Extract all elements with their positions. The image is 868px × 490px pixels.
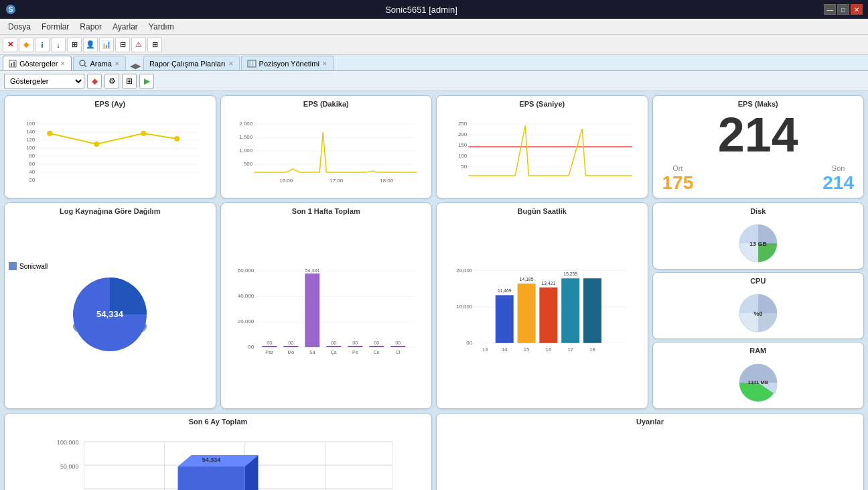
svg-text:Ct: Ct: [395, 350, 400, 355]
maximize-button[interactable]: □: [837, 4, 849, 15]
svg-text:13: 13: [482, 347, 488, 353]
svg-text:80: 80: [29, 153, 35, 159]
subtoolbar-btn-grid[interactable]: ⊞: [122, 74, 137, 88]
eps-dakika-title: EPS (Dakika): [225, 100, 428, 108]
menu-dosya[interactable]: Dosya: [3, 21, 36, 33]
son6ay-card: Son 6 Ay Toplam 100,000 50,000 00: [4, 413, 432, 490]
window-title: Sonic5651 [admin]: [19, 5, 824, 15]
toolbar-btn-5[interactable]: ⊞: [67, 38, 82, 52]
svg-text:200: 200: [458, 131, 467, 137]
subtoolbar: Göstergeler ◆ ⚙ ⊞ ▶: [0, 71, 868, 91]
toolbar-btn-table[interactable]: ⊟: [115, 38, 130, 52]
svg-point-5: [80, 60, 85, 66]
svg-point-27: [141, 131, 146, 136]
svg-text:17: 17: [567, 347, 573, 353]
son6ay-chart: 100,000 50,000 00: [9, 428, 427, 490]
uyarilar-title: Uyarılar: [441, 418, 859, 426]
tab-label-gostergeler: Göstergeler: [19, 60, 58, 68]
bugun-saatlik-chart: 20,000 10,000 00 13 11,469 14 14,185 15: [441, 264, 644, 358]
svg-text:18: 18: [589, 347, 595, 353]
svg-text:60: 60: [29, 161, 35, 167]
son-value: 214: [822, 172, 854, 194]
toolbar-btn-1[interactable]: ✕: [3, 38, 17, 52]
svg-text:500: 500: [243, 161, 252, 167]
tab-arama[interactable]: Arama ✕: [73, 56, 125, 70]
log-pie-chart: 54,334: [66, 273, 153, 360]
svg-rect-3: [11, 63, 12, 66]
eps-dakika-content: 2,000 1,500 1,000 500 16:00 17:00 18:00: [225, 111, 428, 194]
minimize-button[interactable]: —: [824, 4, 836, 15]
svg-text:Sa: Sa: [309, 350, 315, 355]
tab-pozisyon[interactable]: Pozisyon Yönetimi ✕: [241, 56, 334, 70]
svg-text:17:00: 17:00: [330, 178, 344, 184]
svg-text:18:00: 18:00: [380, 178, 394, 184]
menu-rapor[interactable]: Rapor: [74, 21, 107, 33]
svg-text:13 GB: 13 GB: [749, 241, 768, 247]
svg-text:100,000: 100,000: [57, 439, 79, 446]
eps-maks-ort: Ort 175: [662, 164, 694, 194]
toolbar-btn-chart[interactable]: 📊: [99, 38, 114, 52]
toolbar-btn-info[interactable]: i: [35, 38, 50, 52]
toolbar-btn-alert[interactable]: ⚠: [131, 38, 146, 52]
tab-close-pozisyon[interactable]: ✕: [322, 60, 328, 67]
toolbar-btn-grid[interactable]: ⊞: [147, 38, 162, 52]
titlebar: S Sonic5651 [admin] — □ ✕: [0, 0, 868, 19]
svg-text:120: 120: [26, 137, 35, 143]
son-label: Son: [822, 164, 854, 172]
disk-title: Disk: [750, 207, 766, 215]
son1hafta-chart: 60,000 40,000 20,000 00 00 00 54,334 00 …: [225, 264, 428, 358]
ram-title: RAM: [749, 347, 766, 355]
svg-rect-2: [9, 60, 16, 67]
menu-yardım[interactable]: Yardım: [143, 21, 179, 33]
view-dropdown[interactable]: Göstergeler: [4, 74, 84, 88]
eps-maks-content: 214 Ort 175 Son 214: [657, 111, 860, 194]
menu-ayarlar[interactable]: Ayarlar: [107, 21, 143, 33]
svg-text:60,000: 60,000: [237, 267, 254, 273]
ort-value: 175: [662, 172, 694, 194]
eps-ay-title: EPS (Ay): [9, 100, 212, 108]
svg-text:Paz: Paz: [265, 350, 274, 355]
close-button[interactable]: ✕: [851, 4, 863, 15]
tab-rapor[interactable]: Rapor Çalışma Planları ✕: [143, 56, 240, 70]
subtoolbar-btn-play[interactable]: ▶: [139, 74, 154, 88]
svg-rect-76: [369, 346, 384, 347]
toolbar-btn-2[interactable]: ◆: [19, 38, 33, 52]
tab-gostergeler[interactable]: Göstergeler ✕: [3, 56, 72, 70]
tab-close-gostergeler[interactable]: ✕: [60, 60, 66, 67]
svg-text:150: 150: [458, 142, 467, 148]
svg-text:10,000: 10,000: [456, 304, 472, 310]
tab-icon-pozisyon: [247, 60, 257, 68]
svg-point-26: [94, 141, 99, 147]
eps-dakika-card: EPS (Dakika) 2,000 1,500 1,000 500 16:00…: [220, 95, 433, 198]
gauges-column: Disk 13 GB CPU %0 RAM: [652, 202, 865, 409]
menubar: Dosya Formlar Rapor Ayarlar Yardım: [0, 19, 868, 35]
svg-text:100: 100: [458, 153, 467, 159]
toolbar-btn-refresh[interactable]: ↓: [51, 38, 66, 52]
toolbar-btn-user[interactable]: 👤: [83, 38, 98, 52]
svg-text:20: 20: [29, 177, 35, 183]
tab-label-arama: Arama: [90, 60, 111, 68]
app-icon: S: [5, 4, 16, 15]
tab-close-arama[interactable]: ✕: [115, 60, 120, 67]
svg-text:54,334: 54,334: [96, 309, 124, 319]
svg-text:40,000: 40,000: [237, 293, 254, 299]
subtoolbar-btn-1[interactable]: ◆: [87, 74, 102, 88]
tab-nav-btn[interactable]: ◀▶: [127, 62, 143, 70]
subtoolbar-btn-settings[interactable]: ⚙: [104, 74, 119, 88]
eps-saniye-title: EPS (Saniye): [441, 100, 644, 108]
svg-text:16: 16: [546, 347, 552, 353]
svg-point-25: [47, 131, 52, 136]
son1hafta-title: Son 1 Hafta Toplam: [225, 207, 428, 215]
svg-text:Ça: Ça: [330, 350, 336, 355]
eps-dakika-chart: 2,000 1,500 1,000 500 16:00 17:00 18:00: [225, 119, 428, 186]
uyarilar-content: [441, 428, 859, 490]
eps-ay-card: EPS (Ay) 160 140 120 100 80 60 40 20: [4, 95, 216, 198]
eps-saniye-chart: 250 200 150 100 50: [441, 119, 644, 186]
menu-formlar[interactable]: Formlar: [36, 21, 74, 33]
svg-text:14,185: 14,185: [520, 277, 534, 282]
svg-text:Mo: Mo: [287, 350, 294, 355]
svg-text:54,334: 54,334: [202, 456, 221, 463]
disk-card: Disk 13 GB: [652, 202, 865, 269]
tab-close-rapor[interactable]: ✕: [228, 60, 234, 67]
svg-text:160: 160: [26, 121, 35, 127]
